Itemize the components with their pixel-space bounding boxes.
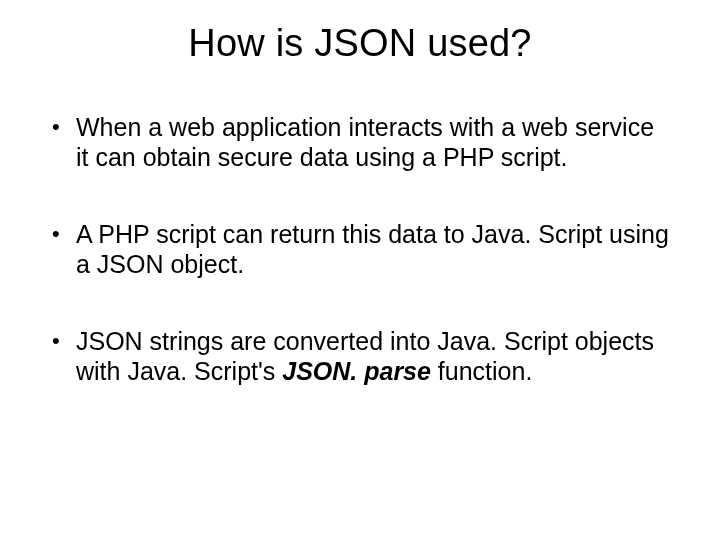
list-item: JSON strings are converted into Java. Sc… [48, 327, 672, 386]
slide: How is JSON used? When a web application… [0, 0, 720, 540]
bullet-text-suffix: function. [431, 357, 532, 385]
bullet-text: A PHP script can return this data to Jav… [76, 220, 669, 278]
bullet-list: When a web application interacts with a … [48, 113, 672, 386]
list-item: A PHP script can return this data to Jav… [48, 220, 672, 279]
bullet-text: When a web application interacts with a … [76, 113, 654, 171]
list-item: When a web application interacts with a … [48, 113, 672, 172]
bullet-text-bold: JSON. parse [282, 357, 431, 385]
slide-title: How is JSON used? [48, 22, 672, 65]
